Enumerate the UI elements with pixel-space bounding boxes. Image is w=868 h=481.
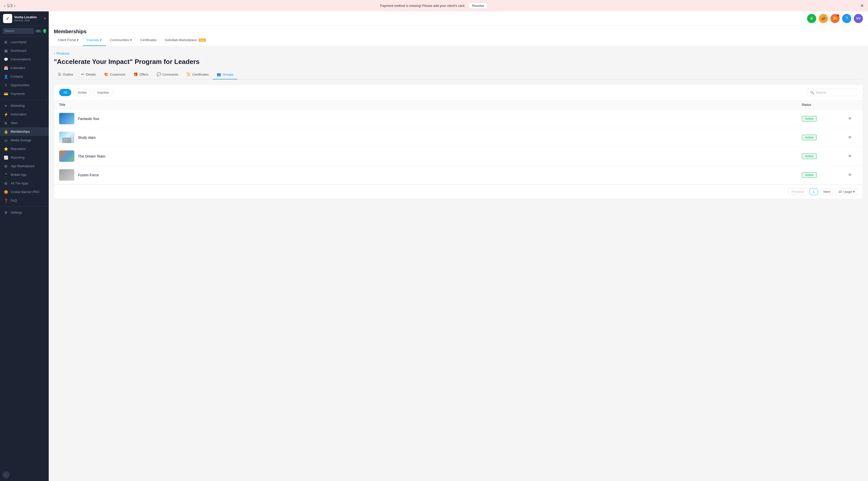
nav-prev-icon[interactable]: ‹: [4, 4, 5, 8]
sidebar-item-label: Automation: [11, 113, 27, 116]
location-chevron: ▾: [44, 17, 46, 20]
eye-icon[interactable]: 👁: [848, 135, 852, 140]
new-badge: New: [199, 38, 206, 42]
active-badge: Active: [802, 116, 817, 122]
sidebar-item-contacts[interactable]: 👤 Contacts: [0, 72, 49, 81]
sub-tabs: ☰ Outline ✏ Details 🎨 Customize 🎁 Offers…: [54, 70, 863, 79]
sidebar-item-conversations[interactable]: 💬 Conversations: [0, 55, 49, 64]
breadcrumb[interactable]: ‹ Products: [54, 51, 863, 55]
action-button[interactable]: 👁: [842, 173, 858, 177]
sidebar-item-faq[interactable]: ❓ FAQ: [0, 196, 49, 205]
add-button[interactable]: +: [43, 29, 46, 33]
reporting-icon: 📈: [4, 156, 8, 160]
sidebar-header[interactable]: ✓ Vooha Location chennai_state ▾: [0, 11, 49, 26]
tab-certificates[interactable]: Certificates: [136, 34, 161, 46]
sidebar-item-reporting[interactable]: 📈 Reporting: [0, 153, 49, 162]
sidebar-item-calendars[interactable]: 📅 Calendars: [0, 64, 49, 72]
content-header: Memberships Client Portal ▾ Courses ▾ Co…: [49, 26, 868, 46]
sidebar-item-media-storage[interactable]: 🗂 Media Storage: [0, 136, 49, 145]
eye-icon[interactable]: 👁: [848, 117, 852, 121]
sub-tab-comments[interactable]: 💬 Comments: [153, 70, 183, 79]
per-page-select[interactable]: 10 / page ▾: [836, 188, 858, 195]
sub-tab-offers[interactable]: 🎁 Offers: [129, 70, 152, 79]
sidebar-item-automation[interactable]: ⚡ Automation: [0, 110, 49, 119]
nav-next-icon[interactable]: ›: [14, 4, 16, 8]
page-1-button[interactable]: 1: [810, 188, 818, 195]
resolve-button[interactable]: Resolve: [468, 3, 488, 9]
dashboard-icon: ▦: [4, 49, 8, 53]
sidebar-item-settings[interactable]: ⚙ Settings: [0, 208, 49, 217]
sidebar-item-label: FAQ: [11, 199, 17, 202]
search-input[interactable]: [3, 28, 34, 34]
notification-message: Payment method is missing! Please add yo…: [380, 4, 465, 8]
help-button[interactable]: ?: [842, 14, 851, 23]
sub-tab-certificates[interactable]: 📜 Certificates: [182, 70, 213, 79]
action-button[interactable]: 👁: [842, 154, 858, 159]
table-row[interactable]: The Dream Team Active 👁: [54, 147, 863, 166]
per-page-arrow: ▾: [853, 190, 855, 194]
launchpad-icon: ⊞: [4, 40, 8, 44]
sub-tab-customize[interactable]: 🎨 Customize: [100, 70, 129, 79]
sidebar-item-all-the-apps[interactable]: ⊞ All The Apps: [0, 179, 49, 188]
kbd-hint: ⌘K: [35, 29, 42, 33]
sidebar-item-label: Opportunities: [11, 84, 29, 87]
page-title: "Accelerate Your Impact" Program for Lea…: [54, 58, 863, 66]
eye-icon[interactable]: 👁: [848, 173, 852, 177]
sidebar-collapse-button[interactable]: ‹: [3, 471, 10, 478]
all-apps-icon: ⊞: [4, 182, 8, 186]
group-thumbnail: [59, 169, 74, 181]
bell-button[interactable]: 🔔: [831, 14, 840, 23]
action-button[interactable]: 👁: [842, 135, 858, 140]
sidebar-item-cookie-banner[interactable]: 🍪 Cookie Banner PRO: [0, 188, 49, 196]
sidebar-item-app-marketplace[interactable]: ⊞ App Marketplace: [0, 162, 49, 170]
tab-client-portal[interactable]: Client Portal ▾: [54, 34, 83, 46]
section-title: Memberships: [54, 29, 87, 34]
tab-arrow-icon: ▾: [100, 38, 102, 42]
sidebar-item-mobile-app[interactable]: 📱 Mobile App: [0, 170, 49, 179]
opportunities-icon: ⠿: [4, 83, 8, 87]
tab-communities[interactable]: Communities ▾: [106, 34, 136, 46]
sidebar-location: Vooha Location chennai_state: [14, 15, 44, 22]
sub-tab-outline[interactable]: ☰ Outline: [54, 70, 77, 79]
notification-close[interactable]: ✕: [860, 3, 864, 9]
sidebar-item-dashboard[interactable]: ▦ Dashboard: [0, 46, 49, 55]
user-avatar[interactable]: VV: [854, 14, 863, 23]
sub-tab-groups[interactable]: 👥 Groups: [213, 70, 238, 79]
search-input[interactable]: [816, 91, 858, 94]
customize-icon: 🎨: [104, 72, 108, 76]
sidebar-item-memberships[interactable]: 🔒 Memberships: [0, 127, 49, 136]
sidebar-item-payments[interactable]: 💳 Payments: [0, 90, 49, 98]
groups-toolbar: All Active Inactive 🔍: [54, 85, 863, 100]
sidebar-item-marketing[interactable]: ✈ Marketing: [0, 101, 49, 110]
connections-button[interactable]: ⚡: [807, 14, 816, 23]
tab-gokollab[interactable]: Gokollab Marketplace New: [161, 34, 210, 46]
table-row[interactable]: Study stars Active 👁: [54, 128, 863, 147]
sidebar-item-launchpad[interactable]: ⊞ Launchpad: [0, 38, 49, 46]
pagination: Previous 1 Next 10 / page ▾: [54, 185, 863, 199]
tab-courses[interactable]: Courses ▾: [83, 34, 106, 46]
active-badge: Active: [802, 135, 817, 140]
app-marketplace-icon: ⊞: [4, 164, 8, 168]
eye-icon[interactable]: 👁: [848, 154, 852, 159]
sidebar-item-reputation[interactable]: ⭐ Reputation: [0, 145, 49, 153]
campaigns-button[interactable]: 📣: [819, 14, 828, 23]
filter-inactive-button[interactable]: Inactive: [93, 89, 113, 96]
tab-arrow-icon: ▾: [77, 38, 79, 42]
notification-nav[interactable]: ‹ 1/3 ›: [4, 4, 16, 8]
settings-icon: ⚙: [4, 211, 8, 215]
filter-active-button[interactable]: Active: [73, 89, 91, 96]
sub-tab-details[interactable]: ✏ Details: [77, 70, 100, 79]
sidebar-item-opportunities[interactable]: ⠿ Opportunities: [0, 81, 49, 90]
table-row[interactable]: Fantastic four Active 👁: [54, 109, 863, 128]
sub-tab-label: Groups: [223, 72, 234, 76]
next-page-button[interactable]: Next: [820, 188, 834, 195]
group-thumbnail: [59, 132, 74, 143]
table-row[interactable]: Fusion Force Active 👁: [54, 166, 863, 185]
filter-all-button[interactable]: All: [59, 89, 71, 96]
automation-icon: ⚡: [4, 113, 8, 117]
tab-label: Client Portal: [58, 38, 76, 42]
sidebar-item-sites[interactable]: 🖥 Sites: [0, 119, 49, 127]
main-content: ⚡ 📣 🔔 ? VV Memberships Client Portal: [49, 11, 868, 481]
previous-page-button[interactable]: Previous: [788, 188, 808, 195]
action-button[interactable]: 👁: [842, 117, 858, 121]
